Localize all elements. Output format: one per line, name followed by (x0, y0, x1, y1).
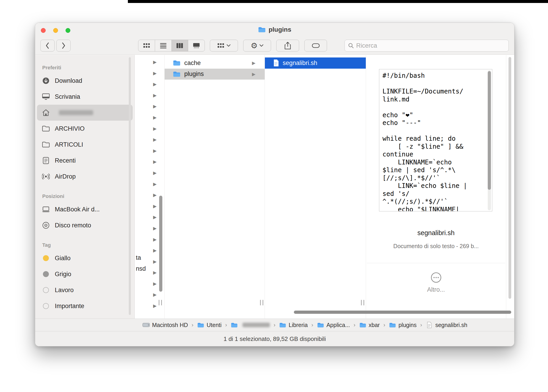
path-item-application-support[interactable]: Applica... (317, 322, 350, 328)
sidebar-item-macbook[interactable]: MacBook Air d... (37, 201, 133, 217)
sidebar-item-label: MacBook Air d... (55, 206, 100, 213)
action-dropdown[interactable]: ⚙ (243, 40, 271, 52)
column0-resize-handle[interactable] (159, 300, 162, 305)
sidebar-item-label: Scrivania (55, 93, 80, 100)
gallery-view-icon (193, 43, 200, 48)
folder-icon (389, 322, 396, 328)
preview-code: #!/bin/bash LINKFILE=~/Documents/ link.m… (382, 72, 467, 211)
titlebar-toolbar: plugins ⚙ (35, 23, 514, 55)
chevron-down-icon (226, 44, 231, 47)
path-item-libreria[interactable]: Libreria (279, 322, 308, 328)
path-item-label: segnalibri.sh (435, 322, 467, 328)
path-item-utenti[interactable]: Utenti (197, 322, 222, 328)
disclosure-triangle-icon[interactable]: ▶ (135, 156, 164, 167)
folder-icon (279, 322, 286, 328)
window-vertical-scrollbar[interactable] (509, 57, 511, 299)
column0-scrollbar[interactable] (159, 196, 162, 292)
view-columns-button[interactable] (172, 40, 188, 51)
disclosure-triangle-icon[interactable]: ▶ (135, 179, 164, 190)
path-item-macintosh-hd[interactable]: Macintosh HD (143, 322, 188, 328)
desktop: plugins ⚙ (0, 0, 548, 392)
sidebar-item-recenti[interactable]: Recenti (37, 153, 133, 168)
tag-icon (312, 43, 320, 48)
tag-yellow-icon (41, 253, 51, 263)
view-list-button[interactable] (155, 40, 172, 51)
sidebar-item-tag-casa[interactable]: Casa (37, 314, 133, 319)
preview-scrollbar-thumb[interactable] (488, 71, 491, 190)
sidebar-item-articoli[interactable]: ARTICOLI (37, 137, 133, 153)
horizontal-scrollbar[interactable] (294, 311, 511, 314)
sidebar-scrollbar[interactable] (129, 57, 131, 315)
path-item-home-redacted[interactable] (231, 322, 270, 328)
preview-file-kind: Documento di solo testo - 269 b... (366, 243, 506, 250)
file-row-segnalibri[interactable]: segnalibri.sh (265, 57, 366, 69)
chevron-down-icon (260, 44, 264, 47)
disclosure-triangle-icon[interactable]: ▶ (135, 145, 164, 156)
disclosure-triangle-icon[interactable]: ▶ (135, 167, 164, 179)
group-by-dropdown[interactable] (210, 40, 238, 52)
disclosure-triangle-icon[interactable]: ▶ (135, 56, 164, 68)
path-separator: › (192, 322, 193, 328)
sidebar-item-scrivania[interactable]: Scrivania (37, 89, 133, 105)
path-item-label: Libreria (288, 322, 308, 328)
back-button[interactable] (40, 40, 55, 52)
preview-divider (367, 263, 505, 263)
path-separator: › (420, 322, 422, 328)
sidebar-item-download[interactable]: Download (37, 73, 133, 89)
path-item-plugins[interactable]: plugins (389, 322, 417, 328)
disclosure-triangle-icon[interactable]: ▶ (135, 101, 164, 112)
forward-button[interactable] (56, 40, 71, 52)
sidebar-item-label: Grigio (55, 271, 71, 278)
tag-button[interactable] (304, 40, 327, 52)
clipped-item-label[interactable]: ta (136, 254, 141, 261)
search-field (345, 40, 509, 52)
screen-top-edge (128, 0, 548, 3)
file-row-label: segnalibri.sh (283, 60, 366, 67)
sidebar-item-tag-grigio[interactable]: Grigio (37, 266, 133, 282)
path-item-segnalibri[interactable]: segnalibri.sh (425, 322, 467, 328)
sidebar-item-disco-remoto[interactable]: Disco remoto (37, 217, 133, 233)
sidebar-item-tag-lavoro[interactable]: Lavoro (37, 282, 133, 298)
preview-column: #!/bin/bash LINKFILE=~/Documents/ link.m… (366, 55, 506, 319)
path-item-label: Applica... (326, 322, 350, 328)
more-button[interactable]: Altro... (366, 272, 506, 293)
column2-resize-handle[interactable] (361, 300, 364, 305)
preview-thumbnail: #!/bin/bash LINKFILE=~/Documents/ link.m… (379, 69, 492, 211)
disclosure-triangle-icon[interactable]: ▶ (135, 123, 164, 134)
view-gallery-button[interactable] (188, 40, 205, 51)
sidebar-item-label: Lavoro (55, 287, 74, 294)
clipped-item-label[interactable]: nsd (136, 265, 146, 272)
sidebar-item-label: Importante (55, 303, 84, 310)
column1-resize-handle[interactable] (260, 300, 263, 305)
disclosure-triangle-icon[interactable]: ▶ (135, 134, 164, 145)
view-icons-button[interactable] (138, 40, 155, 51)
sidebar-section-posizioni: Posizioni (35, 191, 135, 201)
path-item-xbar[interactable]: xbar (359, 322, 380, 328)
status-bar: 1 di 1 selezionato, 89,52 GB disponibili (35, 331, 514, 346)
disc-icon (41, 221, 51, 230)
share-icon (284, 42, 291, 49)
sidebar: Preferiti Download Scrivania ARCHIVIO AR… (35, 55, 135, 319)
sidebar-item-airdrop[interactable]: AirDrop (37, 168, 133, 184)
column-divider (164, 55, 165, 319)
group-icon (217, 43, 224, 48)
disclosure-triangle-icon[interactable]: ▶ (135, 90, 164, 101)
disclosure-triangle-icon[interactable]: ▶ (135, 112, 164, 123)
sidebar-item-tag-importante[interactable]: Importante (37, 298, 133, 314)
file-row-plugins[interactable]: plugins ▶ (165, 69, 265, 80)
share-button[interactable] (276, 40, 299, 52)
search-input[interactable] (356, 42, 505, 49)
path-item-label: Macintosh HD (152, 322, 188, 328)
path-separator: › (311, 322, 313, 328)
chevron-right-icon: ▶ (252, 60, 265, 66)
home-icon (41, 108, 51, 118)
disclosure-triangle-icon[interactable]: ▶ (135, 68, 164, 79)
disclosure-triangle-icon[interactable]: ▶ (135, 79, 164, 90)
chevron-right-icon (61, 42, 66, 49)
folder-outline-icon (41, 124, 51, 133)
window-title: plugins (268, 26, 291, 33)
sidebar-item-archivio[interactable]: ARCHIVIO (37, 121, 133, 137)
file-row-cache[interactable]: cache ▶ (165, 57, 265, 69)
sidebar-item-home[interactable] (37, 105, 133, 121)
sidebar-item-tag-giallo[interactable]: Giallo (37, 250, 133, 266)
